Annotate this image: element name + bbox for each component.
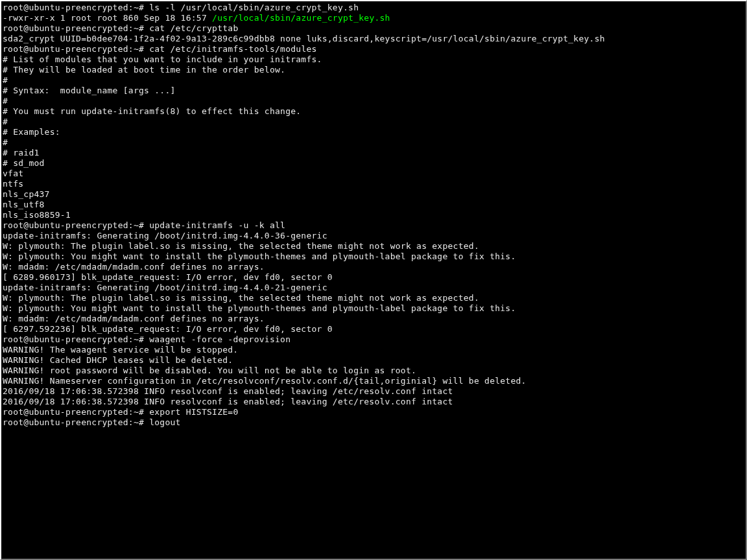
output-line: # Syntax: module_name [args ...] [3, 86, 744, 96]
shell-command: logout [149, 417, 180, 427]
output-line: nls_utf8 [3, 200, 744, 210]
output-line: # List of modules that you want to inclu… [3, 54, 744, 65]
output-line: ntfs [3, 179, 744, 189]
command-line: root@ubuntu-preencrypted:~# ls -l /usr/l… [3, 3, 744, 13]
output-line: W: mdadm: /etc/mdadm/mdadm.conf defines … [3, 314, 744, 324]
output-line: W: mdadm: /etc/mdadm/mdadm.conf defines … [3, 262, 744, 272]
output-line: vfat [3, 169, 744, 179]
output-line: update-initramfs: Generating /boot/initr… [3, 283, 744, 293]
command-line: root@ubuntu-preencrypted:~# logout [3, 417, 744, 428]
ls-output-line: -rwxr-xr-x 1 root root 860 Sep 18 16:57 … [3, 13, 744, 23]
output-line: # You must run update-initramfs(8) to ef… [3, 106, 744, 117]
command-line: root@ubuntu-preencrypted:~# waagent -for… [3, 334, 744, 345]
output-line: WARNING! Cached DHCP leases will be dele… [3, 355, 744, 366]
shell-prompt: root@ubuntu-preencrypted:~# [3, 44, 149, 54]
shell-command: cat /etc/crypttab [149, 23, 238, 33]
command-line: root@ubuntu-preencrypted:~# update-initr… [3, 220, 744, 231]
command-line: root@ubuntu-preencrypted:~# cat /etc/ini… [3, 44, 744, 54]
shell-prompt: root@ubuntu-preencrypted:~# [3, 417, 149, 427]
output-line: 2016/09/18 17:06:38.572398 INFO resolvco… [3, 386, 744, 397]
output-line: W: plymouth: The plugin label.so is miss… [3, 241, 744, 251]
output-line: WARNING! root password will be disabled.… [3, 366, 744, 376]
output-line: W: plymouth: You might want to install t… [3, 251, 744, 262]
shell-command: ls -l /usr/local/sbin/azure_crypt_key.sh [149, 3, 359, 12]
output-line: sda2_crypt UUID=b0dee704-1f2a-4f02-9a13-… [3, 34, 744, 44]
command-line: root@ubuntu-preencrypted:~# export HISTS… [3, 407, 744, 417]
output-line: W: plymouth: You might want to install t… [3, 303, 744, 314]
output-line: # raid1 [3, 148, 744, 158]
output-line: WARNING! The waagent service will be sto… [3, 345, 744, 355]
shell-prompt: root@ubuntu-preencrypted:~# [3, 407, 149, 417]
output-line: # [3, 137, 744, 148]
output-line: # They will be loaded at boot time in th… [3, 65, 744, 75]
terminal-window[interactable]: root@ubuntu-preencrypted:~# ls -l /usr/l… [0, 0, 747, 560]
shell-command: export HISTSIZE=0 [149, 407, 238, 417]
output-line: update-initramfs: Generating /boot/initr… [3, 231, 744, 241]
output-line: # sd_mod [3, 158, 744, 169]
output-line: [ 6289.960173] blk_update_request: I/O e… [3, 272, 744, 283]
output-line: # [3, 117, 744, 127]
shell-prompt: root@ubuntu-preencrypted:~# [3, 3, 149, 12]
ls-filepath: /usr/local/sbin/azure_crypt_key.sh [212, 13, 390, 23]
output-line: # [3, 96, 744, 106]
output-line: nls_cp437 [3, 189, 744, 200]
output-line: nls_iso8859-1 [3, 210, 744, 220]
output-line: # Examples: [3, 127, 744, 137]
shell-command: waagent -force -deprovision [149, 334, 290, 344]
ls-details: -rwxr-xr-x 1 root root 860 Sep 18 16:57 [3, 13, 212, 23]
shell-command: cat /etc/initramfs-tools/modules [149, 44, 316, 54]
shell-prompt: root@ubuntu-preencrypted:~# [3, 334, 149, 344]
output-line: WARNING! Nameserver configuration in /et… [3, 376, 744, 386]
output-line: W: plymouth: The plugin label.so is miss… [3, 293, 744, 303]
output-line: # [3, 75, 744, 86]
shell-prompt: root@ubuntu-preencrypted:~# [3, 220, 149, 230]
shell-prompt: root@ubuntu-preencrypted:~# [3, 23, 149, 33]
shell-command: update-initramfs -u -k all [149, 220, 285, 230]
output-line: [ 6297.592236] blk_update_request: I/O e… [3, 324, 744, 334]
command-line: root@ubuntu-preencrypted:~# cat /etc/cry… [3, 23, 744, 34]
output-line: 2016/09/18 17:06:38.572398 INFO resolvco… [3, 397, 744, 407]
